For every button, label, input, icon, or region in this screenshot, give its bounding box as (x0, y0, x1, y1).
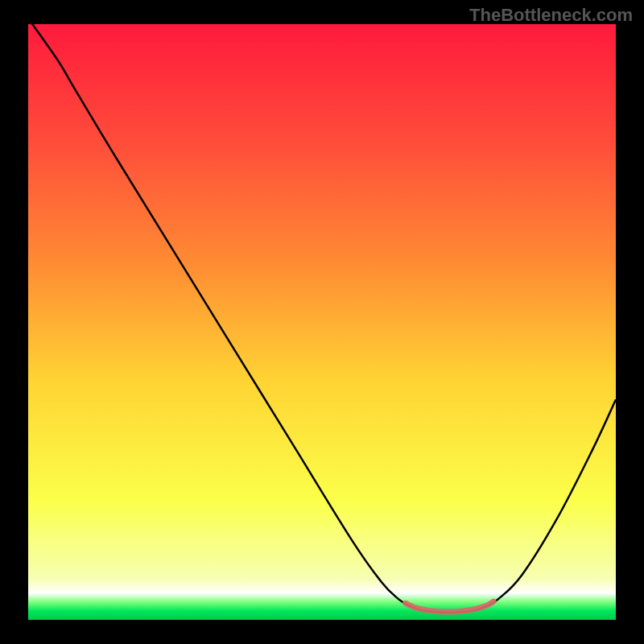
chart-container: TheBottleneck.com (0, 0, 644, 644)
chart-svg (28, 24, 616, 620)
watermark: TheBottleneck.com (469, 5, 633, 26)
plot-area (28, 24, 616, 620)
gradient-background (28, 24, 616, 620)
